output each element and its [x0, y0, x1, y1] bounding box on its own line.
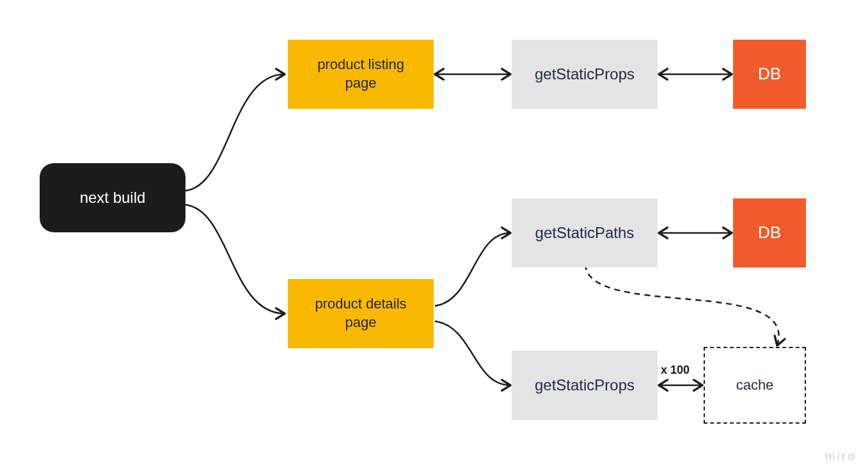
- node-db-middle: DB: [733, 198, 806, 267]
- node-label: getStaticProps: [535, 64, 635, 84]
- node-product-listing: product listing page: [288, 40, 434, 109]
- node-label: getStaticProps: [535, 375, 635, 395]
- node-label: cache: [736, 376, 774, 395]
- edge-details-gsp: [435, 321, 510, 385]
- node-db-top: DB: [733, 40, 806, 109]
- edge-nextbuild-details: [185, 205, 285, 314]
- node-label: next build: [80, 188, 146, 207]
- node-label: product listing page: [317, 56, 404, 92]
- node-label: DB: [758, 222, 781, 244]
- edge-nextbuild-listing: [185, 74, 285, 191]
- node-label: DB: [758, 63, 781, 85]
- node-label: product details page: [315, 295, 406, 331]
- watermark: miro: [825, 449, 856, 463]
- node-cache: cache: [704, 347, 806, 424]
- node-next-build: next build: [40, 163, 185, 232]
- node-getstaticpaths: getStaticPaths: [512, 198, 658, 267]
- edge-label-x100: x 100: [661, 363, 690, 377]
- edge-gspaths-cache-dashed: [585, 264, 779, 346]
- node-product-details: product details page: [288, 279, 434, 348]
- node-label: getStaticPaths: [535, 223, 635, 243]
- edge-details-gspaths: [435, 233, 510, 306]
- node-getstaticprops-top: getStaticProps: [512, 40, 658, 109]
- node-getstaticprops-bottom: getStaticProps: [512, 351, 658, 420]
